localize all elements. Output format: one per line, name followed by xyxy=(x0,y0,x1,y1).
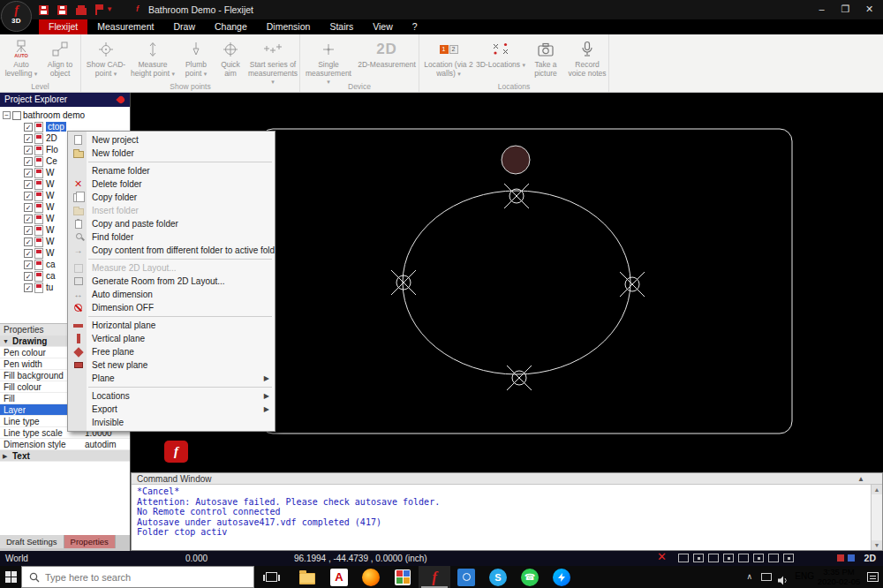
ribbon-button-take-a-picture[interactable]: Take a picture xyxy=(527,37,564,78)
device-status-red-icon[interactable] xyxy=(837,554,844,562)
menu-item-invisible[interactable]: Invisible xyxy=(68,416,275,429)
maximize-button[interactable]: ❐ xyxy=(834,0,857,19)
tree-item[interactable]: ✓W xyxy=(24,247,54,259)
visibility-checkbox[interactable]: ✓ xyxy=(24,283,33,292)
ribbon-button-plumb-point[interactable]: Plumb point ▾ xyxy=(178,37,214,78)
menu-item-new-project[interactable]: New project xyxy=(68,133,275,147)
grid-toggle-icon[interactable] xyxy=(693,554,704,562)
tab-change[interactable]: Change xyxy=(205,19,257,34)
visibility-checkbox[interactable]: ✓ xyxy=(24,180,33,189)
tab-view[interactable]: View xyxy=(363,19,403,34)
tab-dimension[interactable]: Dimension xyxy=(257,19,321,34)
scroll-down-icon[interactable]: ▼ xyxy=(872,540,882,550)
tree-item[interactable]: ✓tu xyxy=(24,282,53,293)
title-bar[interactable]: ▼ f Bathroom Demo - Flexijet – ❐ ✕ xyxy=(0,0,883,19)
language-indicator[interactable]: ENG xyxy=(795,571,814,581)
tree-item[interactable]: ✓W xyxy=(24,167,54,178)
tray-volume-icon[interactable] xyxy=(778,573,789,588)
menu-item-auto-dimension[interactable]: ↔Auto dimension xyxy=(68,288,275,301)
taskbar-app-file-explorer[interactable] xyxy=(291,566,323,588)
tab-flexijet[interactable]: Flexijet xyxy=(39,19,87,34)
menu-item-plane[interactable]: Plane▶ xyxy=(68,372,275,385)
visibility-checkbox[interactable]: ✓ xyxy=(24,134,33,143)
visibility-checkbox[interactable]: ✓ xyxy=(24,260,33,269)
project-explorer-header[interactable]: Project Explorer xyxy=(0,93,130,107)
visibility-checkbox[interactable]: ✓ xyxy=(24,192,33,200)
ribbon-button-2d-measurement[interactable]: 2D 2D-Measurement xyxy=(357,37,417,70)
ribbon-button-auto-levelling[interactable]: AUTO Auto levelling ▾ xyxy=(2,37,41,78)
taskbar-app-store[interactable] xyxy=(387,566,419,588)
tab-draw[interactable]: Draw xyxy=(163,19,205,34)
snap-toggle-icon[interactable] xyxy=(678,554,689,562)
menu-item-locations[interactable]: Locations▶ xyxy=(68,389,275,403)
pen-toggle-icon[interactable] xyxy=(783,554,794,562)
ribbon-button-3d-locations[interactable]: 3D-Locations ▾ xyxy=(476,37,525,70)
collapse-chevron-icon[interactable]: ▲ xyxy=(857,473,864,485)
device-status-blue-icon[interactable] xyxy=(848,554,855,562)
properties-group-text[interactable]: ▶Text xyxy=(0,450,130,462)
tree-item[interactable]: ✓ca xyxy=(24,270,56,282)
ortho-toggle-icon[interactable] xyxy=(708,554,719,562)
ribbon-button-single-measurement[interactable]: Single measurement ▾ xyxy=(304,37,353,87)
volume-toggle-icon[interactable] xyxy=(768,554,779,562)
menu-item-copy-folder[interactable]: Copy folder xyxy=(68,191,275,204)
ribbon-button-quick-aim[interactable]: Quick aim xyxy=(215,37,245,78)
visibility-checkbox[interactable]: ✓ xyxy=(24,215,33,223)
ribbon-button-start-series-of-measurements[interactable]: Start series of measurements ▾ xyxy=(247,37,298,87)
taskbar-search[interactable] xyxy=(21,566,254,588)
menu-item-insert-folder[interactable]: Insert folder xyxy=(68,204,275,217)
taskbar-app-photos[interactable] xyxy=(450,566,482,588)
ribbon-button-show-cad-point[interactable]: Show CAD-point ▾ xyxy=(85,37,127,78)
tab-measurement[interactable]: Measurement xyxy=(87,19,163,34)
menu-item-delete-folder[interactable]: ✕Delete folder xyxy=(68,177,275,191)
menu-item-generate-room[interactable]: Generate Room from 2D Layout... xyxy=(68,275,275,288)
tree-item[interactable]: ✓W xyxy=(24,213,54,224)
tablet-toggle-icon[interactable] xyxy=(753,554,764,562)
tab-properties[interactable]: Properties xyxy=(64,535,116,548)
visibility-checkbox[interactable]: ✓ xyxy=(24,169,33,177)
menu-item-copy-and-paste-folder[interactable]: Copy and paste folder xyxy=(68,217,275,230)
tree-item[interactable]: ✓Flo xyxy=(24,144,58,155)
menu-item-new-folder[interactable]: New folder xyxy=(68,147,275,160)
action-center-icon[interactable] xyxy=(867,572,879,582)
menu-item-find-folder[interactable]: Find folder xyxy=(68,230,275,244)
quick-access-caret-icon[interactable]: ▼ xyxy=(106,4,113,15)
flag-icon[interactable] xyxy=(95,4,97,15)
taskbar-app-firefox[interactable] xyxy=(355,566,387,588)
tree-item[interactable]: ✓2D xyxy=(24,132,57,144)
taskbar-app-a[interactable]: A xyxy=(323,566,355,588)
search-input[interactable] xyxy=(45,572,230,583)
tree-expander-icon[interactable]: − xyxy=(3,111,11,119)
visibility-checkbox[interactable] xyxy=(12,111,21,120)
ribbon-button-align-to-object[interactable]: Align to object xyxy=(41,37,79,78)
property-row-dimension-style[interactable]: Dimension styleautodim xyxy=(0,439,130,450)
tab-help[interactable]: ? xyxy=(403,19,427,34)
visibility-checkbox[interactable]: ✓ xyxy=(24,226,33,235)
ribbon-button-measure-height-point[interactable]: Measure height point ▾ xyxy=(129,37,177,78)
ribbon-button-record-voice-notes[interactable]: Record voice notes xyxy=(566,37,608,78)
menu-item-rename-folder[interactable]: Rename folder xyxy=(68,164,275,177)
tree-item[interactable]: ✓W xyxy=(24,224,54,236)
tree-item[interactable]: ✓ca xyxy=(24,259,56,270)
display-toggle-icon[interactable] xyxy=(738,554,749,562)
tree-root-bathroom-demo[interactable]: − bathroom demo xyxy=(3,109,85,121)
visibility-checkbox[interactable]: ✓ xyxy=(24,146,33,155)
tree-item[interactable]: ✓W xyxy=(24,236,54,247)
task-view-button[interactable] xyxy=(260,566,283,588)
scroll-up-icon[interactable]: ▲ xyxy=(872,485,882,494)
taskbar-app-messenger[interactable] xyxy=(546,566,577,588)
pin-icon[interactable] xyxy=(116,94,125,104)
osnap-toggle-icon[interactable] xyxy=(723,554,734,562)
mode-indicator[interactable]: 2D xyxy=(864,553,876,563)
menu-item-free-plane[interactable]: Free plane xyxy=(68,345,275,358)
tree-item[interactable]: ✓W xyxy=(24,190,54,201)
visibility-checkbox[interactable]: ✓ xyxy=(24,272,33,281)
menu-item-horizontal-plane[interactable]: Horizontal plane xyxy=(68,319,275,332)
connection-error-icon[interactable]: ✕ xyxy=(657,551,667,562)
taskbar-app-skype[interactable]: S xyxy=(482,566,514,588)
ribbon-button-location-via-2-walls[interactable]: 12 Location (via 2 walls) ▾ xyxy=(423,37,474,78)
close-button[interactable]: ✕ xyxy=(857,0,881,19)
tree-item[interactable]: ✓Ce xyxy=(24,155,57,167)
visibility-checkbox[interactable]: ✓ xyxy=(24,123,33,132)
visibility-checkbox[interactable]: ✓ xyxy=(24,203,33,212)
